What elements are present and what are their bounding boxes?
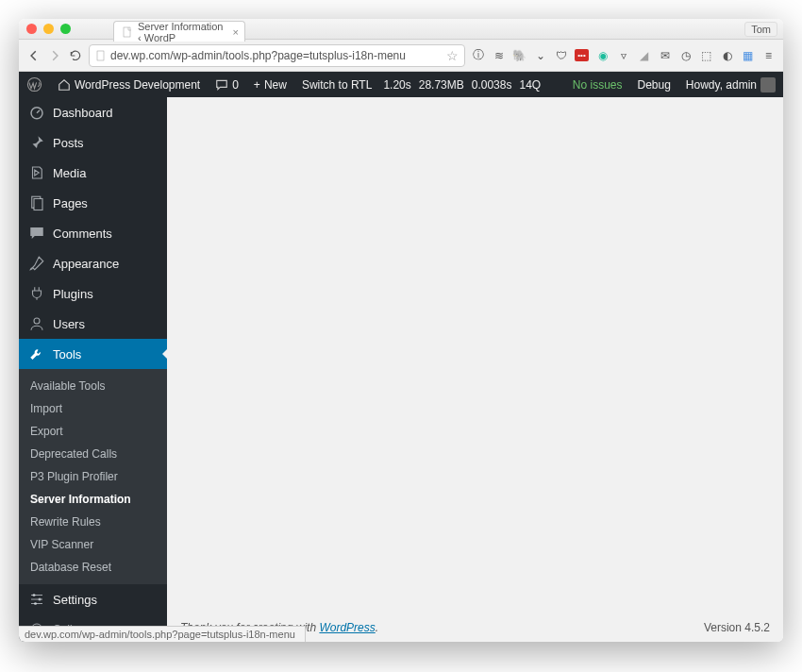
comment-icon <box>28 225 45 242</box>
close-tab-icon[interactable]: × <box>233 26 239 38</box>
submenu-import[interactable]: Import <box>19 397 167 420</box>
debug-link[interactable]: Debug <box>629 72 677 97</box>
comment-icon <box>215 78 228 92</box>
submenu-dbreset[interactable]: Database Reset <box>19 556 167 579</box>
ext-icon-9[interactable]: ◢ <box>637 48 651 62</box>
plus-icon: + <box>254 78 260 92</box>
back-button[interactable] <box>26 48 42 63</box>
bookmark-star-icon[interactable]: ☆ <box>446 48 459 63</box>
ext-icon-8[interactable]: ▿ <box>616 48 630 62</box>
browser-toolbar: dev.wp.com/wp-admin/tools.php?page=tutsp… <box>19 40 783 72</box>
perf-db: 0.0038s <box>468 72 516 97</box>
url-text: dev.wp.com/wp-admin/tools.php?page=tutsp… <box>110 49 443 62</box>
issues-link[interactable]: No issues <box>565 72 630 97</box>
menu-users[interactable]: Users <box>19 309 167 339</box>
submenu-export[interactable]: Export <box>19 420 167 443</box>
page-icon <box>95 50 107 61</box>
menu-pages[interactable]: Pages <box>19 188 167 218</box>
profile-chip[interactable]: Tom <box>744 22 777 37</box>
submenu-vip[interactable]: VIP Scanner <box>19 533 167 556</box>
ext-icon-12[interactable]: ⬚ <box>699 48 713 62</box>
svg-point-7 <box>33 594 36 596</box>
wp-content: Dashboard Posts Media Pages Comments App… <box>19 97 783 642</box>
rtl-link[interactable]: Switch to RTL <box>294 72 379 97</box>
site-link[interactable]: WordPress Development <box>50 72 208 97</box>
footer-version: Version 4.5.2 <box>704 621 770 634</box>
perf-mem: 28.73MB <box>415 72 468 97</box>
tools-submenu: Available Tools Import Export Deprecated… <box>19 369 167 584</box>
submenu-available-tools[interactable]: Available Tools <box>19 375 167 397</box>
media-icon <box>28 164 45 181</box>
minimize-dot[interactable] <box>43 24 54 34</box>
menu-plugins[interactable]: Plugins <box>19 278 167 309</box>
close-dot[interactable] <box>26 24 37 34</box>
browser-window: Server Information ‹ WordP × Tom dev.wp.… <box>19 19 783 642</box>
comments-link[interactable]: 0 <box>208 72 246 97</box>
menu-media[interactable]: Media <box>19 158 167 188</box>
plug-icon <box>28 285 45 302</box>
wp-adminbar: WordPress Development 0 +New Switch to R… <box>19 72 783 97</box>
tab-title: Server Information ‹ WordP <box>138 21 224 43</box>
menu-settings[interactable]: Settings <box>19 584 167 614</box>
brush-icon <box>28 255 45 272</box>
perf-q: 14Q <box>515 72 544 97</box>
ext-icon-7[interactable]: ◉ <box>595 48 610 62</box>
main-content: Thank you for creating with WordPress. V… <box>167 97 783 642</box>
svg-rect-5 <box>34 199 42 210</box>
svg-point-6 <box>34 318 40 324</box>
svg-point-9 <box>34 602 37 605</box>
reload-button[interactable] <box>68 48 83 63</box>
wordpress-link[interactable]: WordPress <box>319 621 375 634</box>
menu-appearance[interactable]: Appearance <box>19 248 167 278</box>
svg-rect-0 <box>124 27 130 37</box>
users-icon <box>28 315 45 332</box>
wrench-icon <box>28 345 45 362</box>
perf-time: 1.20s <box>379 72 414 97</box>
zoom-dot[interactable] <box>60 24 71 34</box>
ext-icon-13[interactable]: ◐ <box>720 48 734 62</box>
avatar <box>760 77 776 92</box>
mac-titlebar: Server Information ‹ WordP × Tom <box>19 19 783 40</box>
menu-posts[interactable]: Posts <box>19 127 167 158</box>
home-icon <box>58 78 71 92</box>
buffer-icon[interactable]: ≋ <box>492 48 506 62</box>
shield-icon[interactable]: 🛡 <box>554 48 568 62</box>
forward-button[interactable] <box>47 48 62 63</box>
dashboard-icon <box>28 104 45 121</box>
browser-tab[interactable]: Server Information ‹ WordP × <box>113 21 245 42</box>
svg-point-8 <box>39 598 42 601</box>
wp-logo[interactable] <box>19 72 50 97</box>
traffic-lights <box>26 24 71 34</box>
page-icon <box>122 26 133 38</box>
submenu-deprecated[interactable]: Deprecated Calls <box>19 443 167 465</box>
menu-comments[interactable]: Comments <box>19 218 167 248</box>
lastpass-icon[interactable]: ••• <box>575 49 589 61</box>
sliders-icon <box>28 591 45 608</box>
url-bar[interactable]: dev.wp.com/wp-admin/tools.php?page=tutsp… <box>89 44 465 67</box>
extension-icons: ⓘ ≋ 🐘 ⌄ 🛡 ••• ◉ ▿ ◢ ✉ ◷ ⬚ ◐ ▦ ≡ <box>471 48 776 62</box>
new-link[interactable]: +New <box>246 72 294 97</box>
menu-tools[interactable]: Tools <box>19 339 167 369</box>
menu-icon[interactable]: ≡ <box>761 48 776 62</box>
mail-icon[interactable]: ✉ <box>658 48 672 62</box>
submenu-server-info[interactable]: Server Information <box>19 488 167 511</box>
browser-statusbar: dev.wp.com/wp-admin/tools.php?page=tutsp… <box>19 626 306 642</box>
ext-icon-14[interactable]: ▦ <box>741 48 755 62</box>
pocket-icon[interactable]: ⌄ <box>533 48 547 62</box>
admin-sidebar: Dashboard Posts Media Pages Comments App… <box>19 97 167 642</box>
ext-icon-11[interactable]: ◷ <box>678 48 693 62</box>
pin-icon <box>28 134 45 151</box>
menu-dashboard[interactable]: Dashboard <box>19 97 167 127</box>
account-link[interactable]: Howdy, admin <box>678 72 783 97</box>
info-icon[interactable]: ⓘ <box>471 48 485 62</box>
evernote-icon[interactable]: 🐘 <box>512 48 526 62</box>
submenu-p3[interactable]: P3 Plugin Profiler <box>19 465 167 488</box>
pages-icon <box>28 194 45 211</box>
submenu-rewrite[interactable]: Rewrite Rules <box>19 511 167 533</box>
svg-rect-1 <box>97 51 104 60</box>
